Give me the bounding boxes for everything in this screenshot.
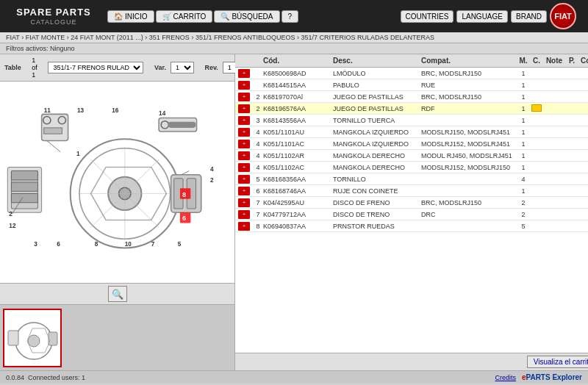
svg-text:3: 3 <box>34 241 37 248</box>
table-row[interactable]: +6K68168746AARUJE CON COINETE1 <box>235 185 588 197</box>
part-compat: MODSLRJ152, MODSLRJ451 <box>421 140 517 148</box>
help-btn[interactable]: ? <box>282 10 299 23</box>
countries-btn[interactable]: COUNTRIES <box>401 10 454 23</box>
col-col-header: Col. <box>578 57 588 65</box>
part-num: 4 <box>253 164 263 171</box>
part-add-icon[interactable]: + <box>238 187 250 195</box>
svg-text:13: 13 <box>77 107 85 114</box>
part-desc: PABULO <box>333 82 421 89</box>
part-code: K051/1101AC <box>263 140 333 148</box>
part-add-icon[interactable]: + <box>238 198 250 207</box>
part-desc: DISCO DE FRENO <box>333 199 421 206</box>
table-row[interactable]: +5K68168356AATORNILLO4 <box>235 173 588 185</box>
part-add-icon[interactable]: + <box>238 104 250 113</box>
table-row[interactable]: +4K051/1102ARMANGKOLA DERECHOMODUL RJ450… <box>235 150 588 162</box>
part-icon: + <box>238 104 253 113</box>
table-row[interactable]: +7K04779712AADISCO DE TRENODRC2 <box>235 209 588 220</box>
table-select[interactable]: 351/1-7 FRENOS RULADAS DELANTERAS <box>48 62 143 73</box>
part-add-icon[interactable]: + <box>238 81 250 90</box>
table-row[interactable]: +4K051/1101AUMANGKOLA IZQUIERDOMODSLRJ15… <box>235 126 588 138</box>
part-add-icon[interactable]: + <box>238 151 250 160</box>
busqueda-btn[interactable]: 🔍 BÚSQUEDA <box>214 10 279 23</box>
part-icon: + <box>238 163 253 172</box>
thumbnail-0[interactable] <box>3 309 62 367</box>
part-icon: + <box>238 81 253 90</box>
table-row[interactable]: +4K051/1101ACMANGKOLA IZQUIERDOMODSLRJ15… <box>235 138 588 150</box>
part-num: 5 <box>253 176 263 183</box>
table-row[interactable]: +4K051/1102ACMANGKOLA DERECHOMODSLRJ152,… <box>235 162 588 173</box>
part-m: 1 <box>517 82 530 89</box>
part-add-icon[interactable]: + <box>238 140 250 148</box>
svg-rect-12 <box>11 193 37 202</box>
search-button[interactable]: 🔍 <box>108 286 127 302</box>
part-icon: + <box>238 187 253 195</box>
part-add-icon[interactable]: + <box>238 210 250 219</box>
table-page: 1 of 1 <box>32 57 37 79</box>
diagram-svg: 8 6 2 12 11 13 16 14 4 2 1 7 8 6 3 10 5 <box>0 82 234 283</box>
part-add-icon[interactable]: + <box>238 175 250 184</box>
part-m: 1 <box>517 93 530 101</box>
part-icon: + <box>238 116 253 125</box>
table-row[interactable]: +2K68197070AlJUEGO DE PASTILLASBRC, MODS… <box>235 91 588 103</box>
svg-text:14: 14 <box>159 110 166 117</box>
part-m: 1 <box>517 129 530 136</box>
table-row[interactable]: +7K04/42595AUDISCO DE FRENOBRC, MODSLRJ1… <box>235 197 588 209</box>
part-add-icon[interactable]: + <box>238 116 250 125</box>
part-num: 7 <box>253 211 263 218</box>
part-code: K051/1102AR <box>263 152 333 159</box>
var-label: Var. <box>154 64 166 71</box>
part-code: K68197070Al <box>263 93 333 101</box>
var-select[interactable]: 1 <box>171 62 194 73</box>
part-code: K68500698AD <box>263 70 333 77</box>
diagram-image: 8 6 2 12 11 13 16 14 4 2 1 7 8 6 3 10 5 <box>0 82 234 283</box>
svg-text:1: 1 <box>76 151 80 157</box>
table-row[interactable]: +3K68143556AATORNILLO TUERCA1 <box>235 115 588 126</box>
cart-button[interactable]: Visualiza el carrito » <box>527 356 588 368</box>
part-add-icon[interactable]: + <box>238 163 250 172</box>
table-row[interactable]: +8K06940837AAPRNSTOR RUEDAS5 <box>235 220 588 232</box>
brand-btn[interactable]: BRAND <box>511 10 547 23</box>
table-row[interactable]: +2K68196576AAJUEGO DE PASTILLASRDF1 <box>235 103 588 115</box>
nav-right-group: COUNTRIES LANGUAGE BRAND FIAT <box>401 3 577 29</box>
fiat-logo: FIAT <box>550 3 576 29</box>
diagram-panel: Table 1 of 1 351/1-7 FRENOS RULADAS DELA… <box>0 54 235 370</box>
parts-table-body: +K68500698ADLMÓDULOBRC, MODSLRJ1501+K681… <box>235 68 588 353</box>
part-num: 4 <box>253 129 263 136</box>
part-icon: + <box>238 69 253 78</box>
part-desc: JUEGO DE PASTILLAS <box>333 93 421 101</box>
part-code: K04779712AA <box>263 211 333 218</box>
part-code: K051/1101AU <box>263 129 333 136</box>
part-num: 7 <box>253 199 263 206</box>
part-code: K06940837AA <box>263 223 333 230</box>
language-btn[interactable]: LANGUAGE <box>456 10 508 23</box>
part-icon: + <box>238 210 253 219</box>
part-m: 1 <box>517 140 530 148</box>
svg-text:7: 7 <box>151 241 155 248</box>
part-desc: MANGKOLA DERECHO <box>333 152 421 159</box>
part-add-icon[interactable]: + <box>238 69 250 78</box>
breadcrumb-text: FIAT › FIAT MONTE › 24 FIAT MONT (2011 .… <box>6 34 434 41</box>
part-m: 1 <box>517 187 530 195</box>
part-num: 4 <box>253 140 263 148</box>
inicio-btn[interactable]: 🏠 INICIO <box>107 10 154 23</box>
part-desc: RUJE CON COINETE <box>333 187 421 195</box>
filter-text: Filtros activos: Ninguno <box>6 45 75 52</box>
part-code: K68144515AA <box>263 82 333 89</box>
carrito-btn[interactable]: 🛒 CARRITO <box>156 10 213 23</box>
part-num: 8 <box>253 223 263 230</box>
table-row[interactable]: +K68500698ADLMÓDULOBRC, MODSLRJ1501 <box>235 68 588 79</box>
part-m: 2 <box>517 199 530 206</box>
part-desc: MANGKOLA IZQUIERDO <box>333 140 421 148</box>
part-add-icon[interactable]: + <box>238 93 250 101</box>
part-code: K68168356AA <box>263 176 333 183</box>
table-row[interactable]: +K68144515AAPABULORUE1 <box>235 79 588 91</box>
part-compat: MODSLRJ150, MODSLRJ451 <box>421 129 517 136</box>
nav-bar: 🏠 INICIO 🛒 CARRITO 🔍 BÚSQUEDA ? COUNTRIE… <box>101 3 582 29</box>
credits-link[interactable]: Credits <box>495 374 516 381</box>
version-text: 0.0.84 <box>6 374 24 381</box>
part-m: 1 <box>517 152 530 159</box>
part-add-icon[interactable]: + <box>238 222 250 231</box>
svg-text:5: 5 <box>178 241 182 248</box>
svg-text:2: 2 <box>210 177 214 184</box>
part-add-icon[interactable]: + <box>238 128 250 137</box>
